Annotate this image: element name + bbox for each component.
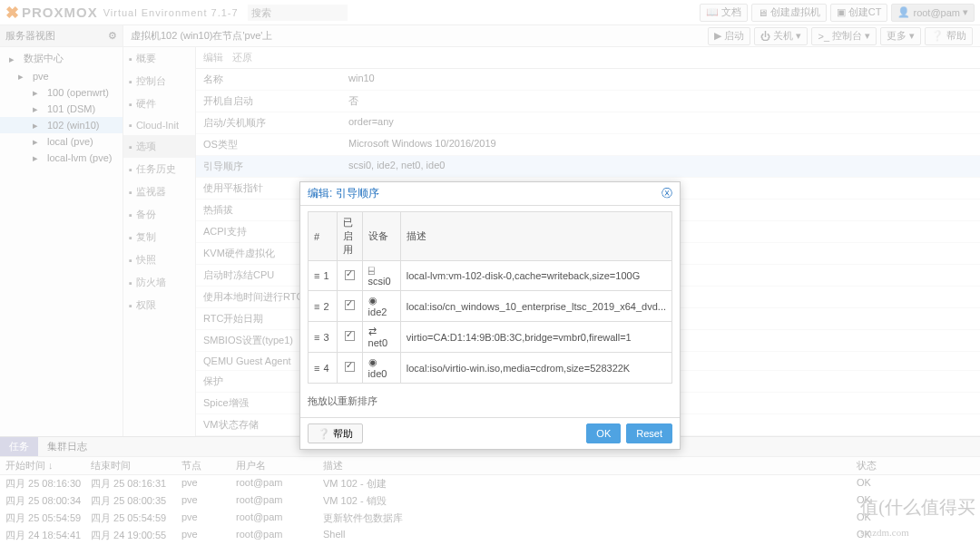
drag-handle-icon[interactable]: ≡	[314, 332, 318, 343]
device-name: scsi0	[368, 276, 391, 287]
device-icon: ◉	[368, 295, 377, 306]
boot-row[interactable]: ≡ 2◉ ide2local:iso/cn_windows_10_enterpr…	[309, 291, 672, 322]
drag-handle-icon[interactable]: ≡	[314, 301, 318, 312]
watermark: 值(什么值得买 smzdm.com	[860, 495, 975, 540]
enabled-checkbox[interactable]	[345, 300, 355, 310]
modal-help-label: 帮助	[333, 428, 353, 439]
device-name: net0	[368, 337, 387, 348]
ok-button[interactable]: OK	[586, 423, 621, 443]
modal-header[interactable]: 编辑: 引导顺序 ⓧ	[300, 182, 680, 206]
device-desc: virtio=CA:D1:14:9B:0B:3C,bridge=vmbr0,fi…	[400, 322, 671, 353]
device-icon: ◉	[368, 356, 377, 367]
enabled-checkbox[interactable]	[345, 362, 355, 372]
modal-help-button[interactable]: ❔ 帮助	[308, 423, 363, 443]
enabled-checkbox[interactable]	[345, 270, 355, 280]
device-desc: local:iso/virtio-win.iso,media=cdrom,siz…	[400, 353, 671, 384]
device-desc: local-lvm:vm-102-disk-0,cache=writeback,…	[400, 261, 671, 291]
device-name: ide0	[368, 368, 387, 379]
enabled-checkbox[interactable]	[345, 331, 355, 341]
device-icon: ⇄	[368, 326, 377, 336]
boot-row[interactable]: ≡ 1⌸ scsi0local-lvm:vm-102-disk-0,cache=…	[309, 261, 672, 291]
boot-row[interactable]: ≡ 3⇄ net0virtio=CA:D1:14:9B:0B:3C,bridge…	[309, 322, 672, 353]
boot-row[interactable]: ≡ 4◉ ide0local:iso/virtio-win.iso,media=…	[309, 353, 672, 384]
close-icon[interactable]: ⓧ	[662, 186, 672, 201]
modal-backdrop: 编辑: 引导顺序 ⓧ # 已启用 设备 描述 ≡ 1⌸ scsi0local-l…	[0, 0, 980, 545]
device-name: ide2	[368, 307, 387, 317]
boot-order-modal: 编辑: 引导顺序 ⓧ # 已启用 设备 描述 ≡ 1⌸ scsi0local-l…	[299, 181, 681, 450]
help-icon: ❔	[318, 428, 333, 439]
device-icon: ⌸	[368, 265, 375, 276]
drag-handle-icon[interactable]: ≡	[314, 270, 318, 281]
drag-hint: 拖放以重新排序	[300, 389, 680, 417]
watermark-main: 值(什么值得买	[860, 497, 975, 517]
col-enabled: 已启用	[338, 212, 362, 261]
watermark-sub: smzdm.com	[860, 527, 908, 538]
col-device: 设备	[362, 212, 400, 261]
col-num: #	[309, 212, 338, 261]
drag-handle-icon[interactable]: ≡	[314, 363, 318, 374]
reset-button[interactable]: Reset	[626, 423, 672, 443]
col-desc: 描述	[400, 212, 671, 261]
device-desc: local:iso/cn_windows_10_enterprise_ltsc_…	[400, 291, 671, 322]
boot-order-table: # 已启用 设备 描述 ≡ 1⌸ scsi0local-lvm:vm-102-d…	[308, 211, 672, 384]
modal-title: 编辑: 引导顺序	[308, 186, 379, 201]
